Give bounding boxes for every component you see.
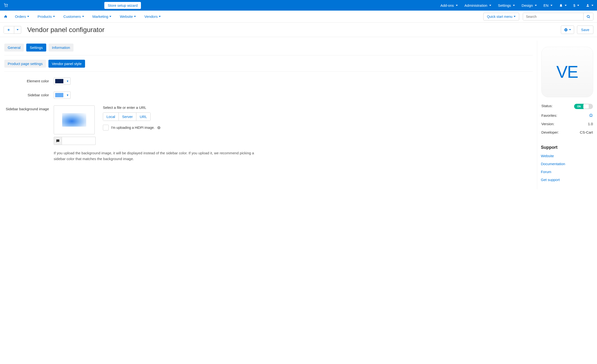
favorite-star-icon[interactable]: [589, 113, 593, 117]
chevron-down-icon: [569, 29, 571, 30]
favorites-row: Favorites:: [541, 111, 593, 120]
preview-thumbnail: [62, 113, 86, 127]
help-icon[interactable]: ?: [157, 126, 161, 130]
element-color-swatch: [55, 79, 63, 83]
bg-image-label: Sidebar background image: [4, 105, 54, 111]
row-bg-image: Sidebar background image Select a file o…: [4, 105, 533, 145]
topbar-administration[interactable]: Administration: [464, 3, 491, 8]
search-button[interactable]: [583, 13, 593, 20]
version-value: 1.0: [588, 122, 593, 126]
nav-marketing[interactable]: Marketing: [93, 15, 111, 19]
topbar-notifications[interactable]: [559, 4, 567, 7]
nav-products[interactable]: Products: [38, 15, 55, 19]
sub-tabs: Product page settings Vendor panel style: [4, 60, 533, 71]
upload-source-buttons: Local Server URL: [103, 112, 150, 121]
support-link-get-support[interactable]: Get support: [541, 178, 593, 182]
store-setup-wizard-button[interactable]: Store setup wizard: [104, 2, 141, 9]
cart-icon[interactable]: [4, 3, 8, 7]
topbar-design[interactable]: Design: [522, 3, 537, 8]
element-color-picker[interactable]: ▼: [54, 77, 71, 85]
nav-customers[interactable]: Customers: [63, 15, 84, 19]
back-button[interactable]: [4, 26, 14, 33]
sidebar-color-picker[interactable]: ▼: [54, 92, 71, 99]
svg-text:?: ?: [158, 126, 159, 129]
image-preview[interactable]: [54, 105, 95, 134]
status-row: Status: ON: [541, 101, 593, 111]
row-element-color: Element color ▼: [4, 77, 533, 85]
chevron-down-icon: [489, 5, 491, 6]
subtab-product-page[interactable]: Product page settings: [4, 60, 46, 68]
topbar-currency[interactable]: $: [573, 3, 579, 8]
tab-settings[interactable]: Settings: [26, 44, 46, 52]
user-icon: [586, 4, 589, 7]
svg-line-3: [589, 17, 590, 18]
gear-icon: [564, 28, 568, 32]
subtab-vendor-panel-style[interactable]: Vendor panel style: [48, 60, 85, 68]
favorites-label: Favorites:: [541, 113, 557, 117]
support-link-forum[interactable]: Forum: [541, 170, 593, 174]
chevron-down-icon: [565, 5, 567, 6]
sidebar-color-swatch: [55, 93, 63, 97]
home-icon[interactable]: [4, 15, 8, 19]
nav-vendors[interactable]: Vendors: [144, 15, 161, 19]
chevron-down-icon: [456, 5, 458, 6]
developer-value: CS-Cart: [580, 130, 593, 134]
chevron-down-icon: [550, 5, 552, 6]
addon-logo-text: VE: [556, 62, 578, 82]
upload-url-button[interactable]: URL: [136, 113, 150, 121]
topbar-settings[interactable]: Settings: [498, 3, 515, 8]
upload-title: Select a file or enter a URL: [103, 105, 161, 109]
save-button[interactable]: Save: [577, 25, 593, 34]
addon-logo: VE: [541, 47, 593, 97]
svg-point-2: [587, 15, 589, 17]
chevron-down-icon: [27, 16, 29, 17]
toggle-knob: [583, 104, 589, 109]
upload-server-button[interactable]: Server: [119, 113, 136, 121]
alt-text-button[interactable]: [54, 137, 62, 145]
side-column: VE Status: ON Favorites: Vers: [537, 41, 597, 189]
topbar-user[interactable]: [586, 4, 593, 7]
support-title: Support: [541, 145, 593, 150]
chevron-down-icon: [17, 29, 19, 30]
topbar-language[interactable]: EN: [543, 3, 552, 8]
svg-point-1: [7, 7, 7, 7]
page-title: Vendor panel configurator: [27, 26, 105, 34]
nav-orders[interactable]: Orders: [15, 15, 29, 19]
chevron-down-icon: [53, 16, 55, 17]
chevron-down-icon: ▼: [64, 78, 70, 85]
chevron-down-icon: [591, 5, 593, 6]
search-input[interactable]: [523, 13, 583, 20]
topbar-addons[interactable]: Add-ons: [440, 3, 458, 8]
main-tabs: General Settings Information: [4, 44, 533, 55]
status-toggle[interactable]: ON: [574, 104, 593, 109]
navbar: Orders Products Customers Marketing Webs…: [0, 11, 597, 23]
chevron-down-icon: [514, 16, 516, 17]
main-column: General Settings Information Product pag…: [0, 41, 537, 189]
nav-website[interactable]: Website: [120, 15, 136, 19]
arrow-left-icon: [7, 28, 11, 31]
developer-label: Developer:: [541, 130, 559, 134]
chevron-down-icon: [134, 16, 136, 17]
alt-text-input[interactable]: [62, 137, 96, 145]
bell-icon: [559, 4, 563, 7]
settings-dropdown-button[interactable]: [561, 25, 574, 34]
topbar: Store setup wizard Add-ons Administratio…: [0, 0, 597, 11]
sidebar-color-label: Sidebar color: [4, 92, 54, 97]
tab-general[interactable]: General: [4, 44, 24, 52]
chevron-down-icon: ▼: [64, 92, 70, 99]
chevron-down-icon: [535, 5, 537, 6]
upload-local-button[interactable]: Local: [103, 113, 119, 121]
support-link-documentation[interactable]: Documentation: [541, 162, 593, 166]
chevron-down-icon: [82, 16, 84, 17]
chevron-down-icon: [159, 16, 161, 17]
version-label: Version:: [541, 122, 554, 126]
quick-start-menu[interactable]: Quick start menu: [483, 13, 519, 20]
back-dropdown[interactable]: [14, 26, 21, 33]
hidpi-checkbox[interactable]: [103, 125, 109, 131]
support-link-website[interactable]: Website: [541, 154, 593, 158]
hidpi-label: I'm uploading a HiDPI image.: [111, 126, 155, 130]
svg-marker-7: [589, 114, 592, 117]
chevron-down-icon: [513, 5, 515, 6]
comment-icon: [56, 139, 60, 143]
tab-information[interactable]: Information: [49, 44, 73, 52]
